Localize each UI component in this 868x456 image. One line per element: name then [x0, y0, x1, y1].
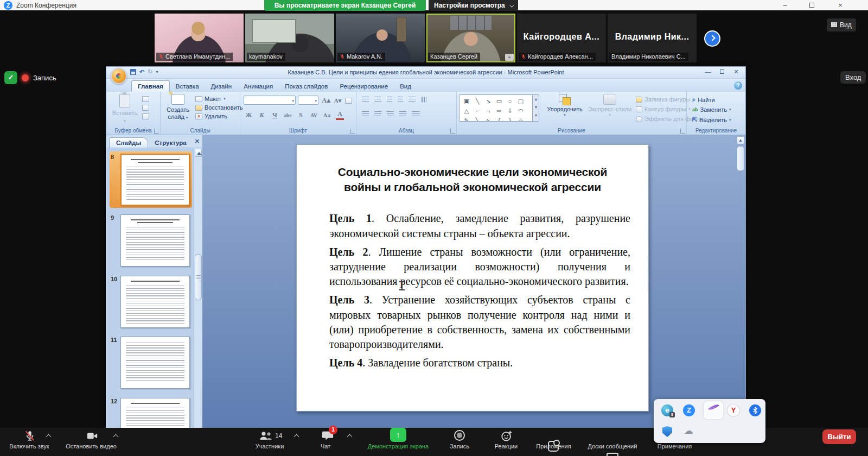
tab-dizayn[interactable]: Дизайн	[205, 81, 238, 92]
delete-slide-button[interactable]: ✕Удалить	[195, 113, 242, 119]
shape-glyph[interactable]: ▣	[461, 97, 472, 105]
arrange-button[interactable]: Упорядочить ▾	[545, 94, 585, 117]
zoom-tray-icon[interactable]: Z	[683, 404, 695, 416]
scrollbar-thumb[interactable]	[737, 146, 744, 171]
close-button[interactable]: ×	[828, 0, 853, 11]
participants-chevron[interactable]	[294, 434, 299, 440]
reset-button[interactable]: Восстановить	[195, 104, 242, 111]
decrease-indent-icon[interactable]	[387, 97, 392, 103]
slide-thumbnail-11[interactable]: 11	[110, 334, 192, 391]
camera-icon[interactable]	[86, 430, 99, 442]
copy-icon[interactable]	[142, 105, 149, 111]
shape-glyph[interactable]: ¬	[483, 106, 494, 115]
text-direction-icon[interactable]	[421, 97, 427, 103]
shape-glyph[interactable]: ○	[505, 97, 515, 105]
layout-button[interactable]: Макет▾	[195, 96, 242, 102]
dialog-launcher-icon[interactable]	[680, 129, 685, 134]
font-name-select[interactable]: ▾	[244, 96, 296, 105]
paste-button[interactable]: Вставить ▾	[111, 94, 139, 123]
ppt-close-button[interactable]: ✕	[729, 68, 743, 75]
dialog-launcher-icon[interactable]	[450, 129, 455, 134]
shape-glyph[interactable]: ⇨	[494, 106, 505, 115]
participants-icon[interactable]	[259, 430, 273, 442]
tab-animatsiya[interactable]: Анимация	[238, 81, 279, 92]
italic-button[interactable]: К	[258, 111, 266, 119]
participant-tile[interactable]: kaymanakov	[245, 14, 334, 62]
justify-icon[interactable]	[399, 111, 406, 117]
quick-styles-button[interactable]: Экспресс-стили ▾	[586, 94, 634, 117]
slide-thumbnail-8[interactable]: 8	[110, 151, 192, 208]
tab-pokaz-slaydov[interactable]: Показ слайдов	[279, 81, 334, 92]
reactions-icon[interactable]	[500, 430, 513, 442]
shapes-scroll-buttons[interactable]: ▲▼▼	[532, 95, 539, 122]
shape-glyph[interactable]: }	[505, 116, 515, 122]
office-button[interactable]	[111, 68, 127, 84]
underline-button[interactable]: Ч	[271, 111, 279, 119]
shadow-button[interactable]: S	[297, 111, 305, 119]
help-button[interactable]: ?	[734, 81, 742, 90]
record-icon[interactable]	[454, 430, 465, 441]
bold-button[interactable]: Ж	[245, 111, 253, 119]
chat-chevron[interactable]	[347, 434, 353, 440]
participant-tile[interactable]: Светлана Имамутдин...	[155, 14, 244, 62]
main-scrollbar[interactable]: ▲ « « ▼	[737, 136, 745, 427]
whiteboards-icon[interactable]	[607, 453, 618, 456]
dialog-launcher-icon[interactable]	[154, 129, 159, 134]
shrink-font-button[interactable]: A▾	[334, 97, 342, 104]
shape-glyph[interactable]: ╲	[472, 116, 483, 122]
pane-tab-slides[interactable]: Слайды	[109, 137, 148, 148]
find-button[interactable]: ⌕Найти	[692, 96, 731, 103]
numbering-icon[interactable]	[374, 97, 381, 103]
windows-security-shield-icon[interactable]	[662, 426, 672, 437]
mute-label[interactable]: Включить звук	[4, 443, 54, 449]
login-button[interactable]: Вход	[840, 71, 866, 84]
yandex-browser-icon[interactable]: Y	[727, 404, 739, 416]
apps-label[interactable]: Приложения	[531, 443, 577, 449]
ppt-minimize-button[interactable]: —	[701, 68, 715, 75]
maximize-button[interactable]	[799, 0, 824, 11]
char-spacing-button[interactable]: AV	[310, 112, 318, 118]
notes-label[interactable]: Примечания	[649, 443, 700, 449]
font-size-select[interactable]: ▾	[298, 96, 318, 105]
align-center-icon[interactable]	[374, 111, 381, 117]
chat-label[interactable]: Чат	[307, 443, 344, 449]
new-slide-button[interactable]: Создать слайд ▾	[164, 94, 192, 120]
view-settings-button[interactable]: Настройки просмотра	[429, 0, 518, 11]
slide-thumbnail-10[interactable]: 10	[110, 274, 192, 330]
replace-button[interactable]: abЗаменить▾	[692, 106, 731, 113]
select-button[interactable]: ⇱Выделить▾	[692, 116, 731, 123]
shape-glyph[interactable]: ⇩	[505, 106, 515, 115]
align-right-icon[interactable]	[387, 111, 394, 117]
shapes-gallery[interactable]: ▣╲↘▭○▢ △⌐¬⇨⇩◠ ✎╲∿{}☆ ▲▼▼	[459, 94, 539, 122]
participant-tile-active-speaker[interactable]: Казанцев Сергей ≡	[426, 14, 515, 62]
shape-glyph[interactable]: {	[494, 116, 505, 122]
pane-close-icon[interactable]: ✕	[195, 138, 200, 145]
shape-glyph[interactable]: ✎	[461, 116, 472, 122]
slide-canvas[interactable]: Социально-экономические цели экономическ…	[296, 144, 649, 411]
tile-menu-icon[interactable]: ≡	[505, 54, 514, 61]
participant-tile[interactable]: Владимир Ник... Владимир Николаевич С...	[608, 14, 697, 62]
dialog-launcher-icon[interactable]	[350, 129, 355, 134]
view-layout-button[interactable]: Вид	[827, 18, 856, 31]
pane-tab-outline[interactable]: Структура	[148, 138, 193, 148]
whiteboards-label[interactable]: Доски сообщений	[580, 443, 644, 449]
tab-vid[interactable]: Вид	[394, 81, 417, 92]
line-spacing-icon[interactable]	[409, 97, 416, 103]
shape-glyph[interactable]: ▢	[515, 97, 526, 105]
participants-label[interactable]: Участники	[245, 443, 294, 449]
participant-tile[interactable]: Makarov A.N.	[336, 14, 425, 62]
mic-options-chevron[interactable]	[46, 434, 52, 440]
strikethrough-button[interactable]: abc	[284, 112, 292, 118]
shape-glyph[interactable]: ◠	[515, 106, 526, 115]
grow-font-button[interactable]: A▴	[322, 96, 330, 105]
format-painter-icon[interactable]	[142, 113, 149, 119]
shape-glyph[interactable]: ☆	[515, 116, 526, 122]
clear-formatting-icon[interactable]	[345, 98, 352, 104]
record-label[interactable]: Запись	[441, 443, 478, 449]
reactions-label[interactable]: Реакции	[487, 443, 525, 449]
slide-thumbnail-12[interactable]: 12	[110, 396, 192, 429]
edge-browser-icon[interactable]: e8	[661, 404, 673, 416]
leave-button[interactable]: Выйти	[822, 429, 856, 444]
muted-mic-icon[interactable]	[24, 430, 36, 442]
cut-icon[interactable]	[142, 96, 149, 102]
